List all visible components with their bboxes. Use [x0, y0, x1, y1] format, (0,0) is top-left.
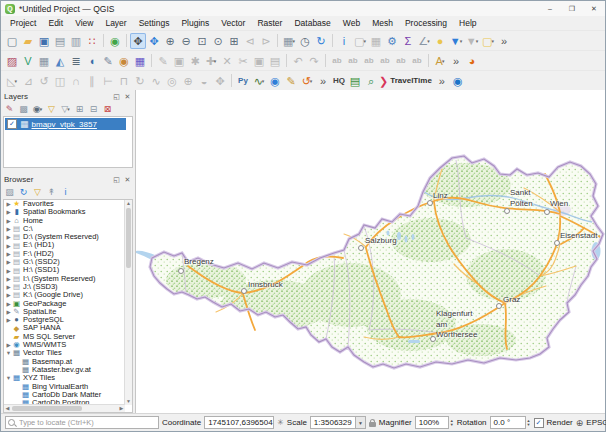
collapse-all[interactable]: ⊟	[87, 103, 100, 116]
layer-visibility-checkbox[interactable]: ✓	[7, 119, 17, 129]
osm-place-search[interactable]: ◉	[267, 73, 283, 89]
expand-arrow-icon[interactable]: ▶	[5, 301, 12, 307]
expand-arrow-icon[interactable]: ▶	[5, 259, 12, 265]
revert-tool[interactable]: ↺▾	[299, 73, 315, 89]
zoom-to-selection[interactable]: ⊙	[210, 33, 226, 49]
float-panel[interactable]: ◱	[112, 175, 121, 184]
close-button[interactable]: ✕	[583, 2, 605, 16]
add-wms-layer[interactable]: ◉	[116, 53, 132, 69]
menu-help[interactable]: Help	[453, 17, 482, 29]
plugin-orange[interactable]: ◕	[464, 53, 480, 69]
scroll-left-icon[interactable]: ◀	[4, 405, 11, 412]
add-spatialite-layer[interactable]: ✎	[100, 53, 116, 69]
temporal-controller[interactable]: ◷	[297, 33, 313, 49]
expand-arrow-icon[interactable]: ▶	[5, 284, 12, 290]
minimize-button[interactable]: –	[539, 2, 561, 16]
filter-legend[interactable]: ▽	[45, 103, 58, 116]
toolbar-extension[interactable]: »	[448, 53, 464, 69]
new-print-layout[interactable]: ▤	[52, 33, 68, 49]
menu-view[interactable]: View	[69, 17, 99, 29]
zoom-full[interactable]: ⊡	[194, 33, 210, 49]
expand-all[interactable]: ⊞	[73, 103, 86, 116]
menu-mesh[interactable]: Mesh	[366, 17, 399, 29]
menu-processing[interactable]: Processing	[399, 17, 453, 29]
show-properties[interactable]: i	[59, 186, 72, 199]
annotation-toolbar[interactable]: ▢▾	[480, 33, 496, 49]
add-postgis-layer[interactable]: ◖	[84, 53, 100, 69]
new-bookmark[interactable]: ▼▾	[448, 33, 464, 49]
menu-raster[interactable]: Raster	[251, 17, 288, 29]
browser-vertical-scrollbar[interactable]: ▲ ▼	[124, 200, 132, 405]
refresh-map[interactable]: ↻	[313, 33, 329, 49]
remove-layer[interactable]: ⊠	[101, 103, 114, 116]
render-checkbox[interactable]: ✓	[534, 418, 544, 428]
expand-arrow-icon[interactable]: ▶	[5, 234, 12, 240]
expand-arrow-icon[interactable]: ▶	[5, 251, 12, 257]
expand-arrow-icon[interactable]: ▶	[5, 218, 12, 224]
python-console[interactable]: Py	[235, 73, 251, 89]
expand-arrow-icon[interactable]: ▶	[5, 309, 12, 315]
add-selected-layers[interactable]: ▨	[3, 186, 16, 199]
new-map-view[interactable]: ▦▾	[281, 33, 297, 49]
map-canvas[interactable]: BregenzInnsbruckSalzburgLinzSanktPöltenW…	[135, 90, 605, 413]
expand-arrow-icon[interactable]: ▶	[5, 201, 12, 207]
expand-arrow-icon[interactable]: ▶	[5, 209, 12, 215]
menu-vector[interactable]: Vector	[215, 17, 251, 29]
pan-to-selection[interactable]: ✥	[146, 33, 162, 49]
dataplotly-plugin[interactable]: ▤	[347, 73, 363, 89]
expand-arrow-icon[interactable]: ▼	[5, 375, 12, 381]
coordinate-extent-toggle-icon[interactable]: ✳	[277, 416, 284, 430]
globe-plugin[interactable]: ◉	[450, 73, 466, 89]
manage-map-themes[interactable]: ◉▾	[31, 103, 44, 116]
measure[interactable]: ∠▾	[416, 33, 432, 49]
show-layout-manager[interactable]: ▥	[68, 33, 84, 49]
menu-settings[interactable]: Settings	[133, 17, 176, 29]
expand-arrow-icon[interactable]: ▼	[5, 350, 12, 356]
expand-arrow-icon[interactable]: ▶	[5, 317, 12, 323]
zoom-in[interactable]: ⊕	[162, 33, 178, 49]
layer-tree[interactable]: ✓▦bmapv_vtpk_3857	[3, 116, 133, 168]
scroll-right-icon[interactable]: ▶	[118, 405, 125, 412]
layer-search-plugin[interactable]: ⌕	[363, 73, 379, 89]
layer-labeling-options[interactable]: A▾	[432, 53, 448, 69]
rotation-spinbox[interactable]: 0.0 °▲▼	[490, 416, 531, 429]
menu-database[interactable]: Database	[288, 17, 336, 29]
open-data-source-manager[interactable]: ▨	[4, 53, 20, 69]
expand-arrow-icon[interactable]: ▶	[5, 226, 12, 232]
add-vector-tile-layer[interactable]: ▦	[132, 53, 148, 69]
locator-input[interactable]	[17, 417, 156, 428]
open-project[interactable]: ▰	[20, 33, 36, 49]
style-manager[interactable]: ∷	[84, 33, 100, 49]
chevron-down-icon[interactable]: ▼	[356, 416, 366, 429]
close-panel[interactable]: ✕	[123, 175, 132, 184]
add-vector-layer[interactable]: V	[20, 53, 36, 69]
toolbar-extension[interactable]: »	[434, 73, 450, 89]
menu-layer[interactable]: Layer	[99, 17, 132, 29]
elevation-profile[interactable]: ∿▾	[251, 73, 267, 89]
menu-web[interactable]: Web	[337, 17, 366, 29]
add-mesh-layer[interactable]: ◭	[52, 53, 68, 69]
metasearch[interactable]: ◉	[107, 33, 123, 49]
expand-arrow-icon[interactable]: ▶	[5, 268, 12, 274]
filter-browser[interactable]: ▽	[31, 186, 44, 199]
show-statistics[interactable]: Σ	[400, 33, 416, 49]
open-layer-styling-panel[interactable]: ✎	[3, 103, 16, 116]
traveltime-plugin[interactable]: ❯TravelTime	[379, 73, 434, 89]
sketch-annotate[interactable]: ✎	[283, 73, 299, 89]
add-raster-layer[interactable]: ▦	[36, 53, 52, 69]
add-group[interactable]: ▩	[17, 103, 30, 116]
identify-features[interactable]: i	[336, 33, 352, 49]
scroll-up-icon[interactable]: ▲	[125, 200, 132, 207]
zoom-to-layer[interactable]: ⊞	[226, 33, 242, 49]
save-project[interactable]: ▣	[36, 33, 52, 49]
refresh-browser[interactable]: ↻	[17, 186, 30, 199]
menu-plugins[interactable]: Plugins	[175, 17, 215, 29]
maximize-button[interactable]: ❐	[561, 2, 583, 16]
collapse-all[interactable]: ↟	[45, 186, 58, 199]
menu-edit[interactable]: Edit	[42, 17, 69, 29]
pan-map[interactable]: ✥	[130, 33, 146, 49]
filter-legend-by-expression[interactable]: ▽▾	[59, 103, 72, 116]
expand-arrow-icon[interactable]: ▶	[5, 276, 12, 282]
processing-toolbox[interactable]: ⚙	[384, 33, 400, 49]
close-panel[interactable]: ✕	[123, 92, 132, 101]
